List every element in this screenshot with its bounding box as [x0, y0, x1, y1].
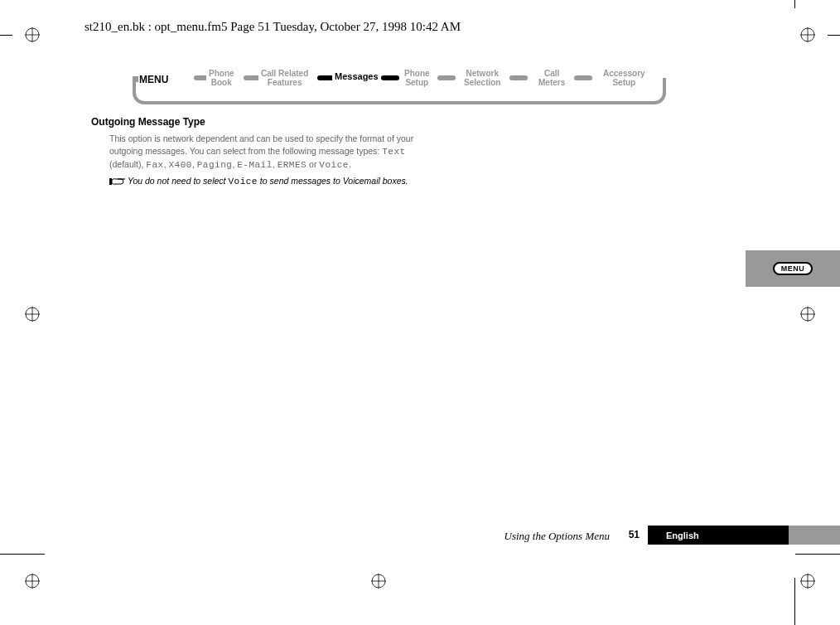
menu-item-line: Call Related — [261, 69, 308, 78]
menu-item-phone-setup: PhoneSetup — [402, 69, 432, 87]
code-text: E-Mail — [237, 160, 273, 170]
footer-gray-extension — [789, 526, 840, 545]
crop-mark-icon — [25, 574, 40, 589]
menu-item-line: Setup — [612, 78, 635, 87]
menu-item-accessory: AccessorySetup — [601, 69, 648, 87]
side-tab-label: MENU — [773, 262, 813, 275]
menu-item-line: Accessory — [603, 69, 645, 78]
menu-item-line: Call — [544, 69, 559, 78]
menu-connector — [437, 75, 456, 80]
frame-line — [828, 35, 840, 36]
menu-item-line: Network — [466, 69, 499, 78]
crop-mark-icon — [800, 574, 815, 589]
menu-item-line: Messages — [335, 71, 379, 81]
frame-line — [794, 578, 795, 625]
page-header: st210_en.bk : opt_menu.fm5 Page 51 Tuesd… — [84, 20, 461, 34]
code-text: Fax — [146, 160, 163, 170]
crop-mark-icon — [25, 27, 40, 42]
menu-item-call-related: Call RelatedFeatures — [258, 69, 311, 87]
menu-item-line: Phone — [209, 69, 234, 78]
note-block: You do not need to select Voice to send … — [109, 175, 424, 191]
menu-item-line: Selection — [464, 78, 500, 87]
side-tab: MENU — [746, 250, 840, 287]
menu-item-network: NetworkSelection — [461, 69, 503, 87]
code-text: Voice — [228, 177, 258, 187]
body-text-run: (default), — [109, 159, 146, 169]
menu-label: MENU — [139, 74, 173, 85]
content-area: Outgoing Message Type This option is net… — [91, 116, 489, 191]
body-text-run: or — [307, 159, 319, 169]
menu-item-call-meters: CallMeters — [536, 69, 567, 87]
section-heading: Outgoing Message Type — [91, 116, 489, 128]
footer-page-number: 51 — [629, 529, 640, 540]
menu-connector — [509, 75, 528, 80]
menu-connector — [574, 75, 592, 80]
note-hand-icon — [109, 176, 126, 191]
body-text-run: . — [349, 159, 351, 169]
body-text-run: This option is network dependent and can… — [109, 133, 413, 156]
menu-label-tick — [133, 76, 138, 82]
page-footer: Using the Options Menu 51 English — [0, 526, 840, 547]
menu-item-line: Meters — [538, 78, 565, 87]
crop-mark-icon — [371, 574, 386, 589]
menu-item-line: Book — [211, 78, 232, 87]
code-text: ERMES — [278, 160, 307, 170]
note-run: You do not need to select — [128, 176, 228, 186]
footer-language: English — [648, 526, 789, 545]
note-run: to send messages to Voicemail boxes. — [258, 176, 408, 186]
menu-navigation: MENU PhoneBook Call RelatedFeatures Mess… — [133, 69, 666, 109]
crop-mark-icon — [800, 27, 815, 42]
body-paragraph: This option is network dependent and can… — [109, 133, 416, 172]
frame-line — [794, 0, 795, 8]
menu-item-messages: Messages — [332, 72, 381, 81]
code-text: Voice — [319, 160, 349, 170]
note-text: You do not need to select Voice to send … — [128, 175, 408, 191]
menu-item-line: Phone — [404, 69, 430, 78]
code-text: Text — [382, 147, 405, 157]
frame-line — [795, 554, 840, 555]
code-text: X400 — [169, 160, 192, 170]
menu-item-line: Setup — [405, 78, 428, 87]
menu-connector — [381, 75, 399, 80]
code-text: Paging — [197, 160, 233, 170]
menu-item-phone-book: PhoneBook — [206, 69, 237, 87]
crop-mark-icon — [800, 307, 815, 322]
menu-item-line: Features — [268, 78, 302, 87]
frame-line — [0, 35, 12, 36]
footer-chapter: Using the Options Menu — [504, 530, 610, 543]
crop-mark-icon — [25, 307, 40, 322]
frame-line — [0, 554, 45, 555]
